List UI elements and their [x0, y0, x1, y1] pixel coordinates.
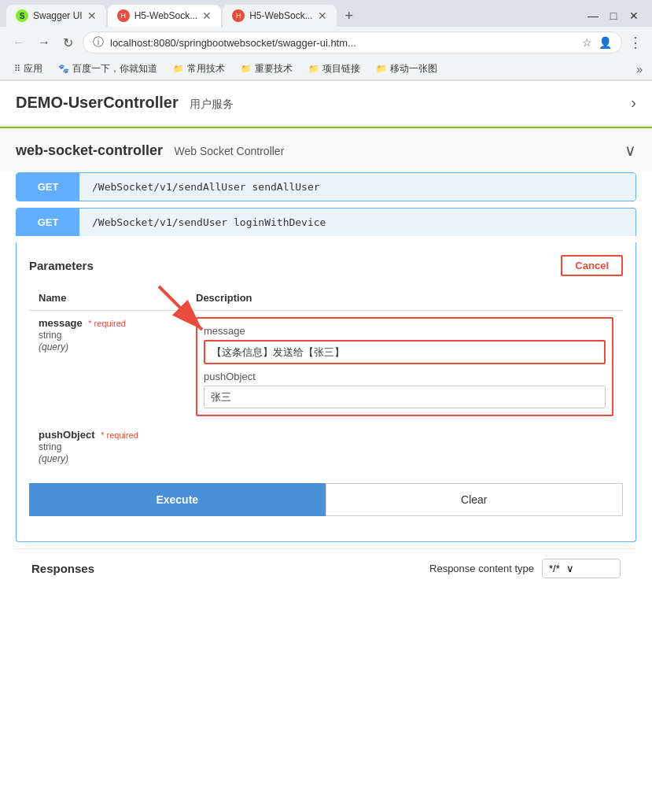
endpoint-send-all-user[interactable]: GET /WebSocket/v1/sendAllUser sendAllUse…	[16, 172, 636, 201]
message-input[interactable]	[204, 340, 606, 364]
bookmarks-bar: ⠿ 应用 🐾 百度一下，你就知道 📁 常用技术 📁 重要技术 📁 项目链接 📁 …	[0, 58, 652, 80]
param-type-push: string	[39, 441, 61, 452]
push-object-input[interactable]	[204, 386, 606, 408]
params-header: Parameters Cancel	[29, 255, 623, 276]
tab-ws1-close[interactable]: ✕	[202, 10, 212, 21]
lock-icon: ⓘ	[93, 35, 104, 50]
maximize-button[interactable]: □	[608, 10, 619, 21]
tab-swagger-close[interactable]: ✕	[87, 10, 97, 21]
col-description-header: Description	[186, 286, 623, 311]
responses-title: Responses	[31, 562, 94, 575]
red-arrow-icon	[151, 279, 214, 341]
demo-controller-title-group: DEMO-UserController 用户服务	[16, 94, 234, 112]
cancel-button[interactable]: Cancel	[561, 255, 623, 276]
swagger-favicon: S	[16, 9, 28, 22]
address-text: localhost:8080/springbootwebsocket/swagg…	[110, 37, 576, 49]
params-title: Parameters	[29, 259, 94, 272]
bookmark-project-links[interactable]: 📁 项目链接	[304, 61, 365, 77]
endpoint-path-send: /WebSocket/v1/sendUser loginWithDevice	[79, 209, 635, 236]
bookmark-apps[interactable]: ⠿ 应用	[9, 61, 47, 77]
svg-line-1	[159, 286, 202, 330]
params-table: Name Description message * required stri…	[29, 286, 623, 471]
tab-ws2-close[interactable]: ✕	[318, 10, 327, 21]
bookmarks-more[interactable]: »	[636, 63, 643, 76]
param-query-message: (query)	[39, 341, 68, 352]
expanded-panel: Parameters Cancel Name Description messa…	[16, 242, 636, 542]
tab-ws1-title: H5-WebSock...	[134, 10, 197, 21]
new-tab-button[interactable]: +	[338, 5, 360, 27]
bookmark-important-tech[interactable]: 📁 重要技术	[236, 61, 297, 77]
demo-controller-title: DEMO-UserController	[16, 94, 179, 111]
close-button[interactable]: ✕	[628, 10, 639, 21]
demo-controller-header: DEMO-UserController 用户服务 ›	[0, 81, 652, 125]
ws-controller-subtitle: Web Socket Controller	[175, 145, 285, 157]
apps-icon: ⠿	[14, 64, 20, 74]
folder-important-icon: 📁	[241, 64, 252, 74]
demo-controller-subtitle: 用户服务	[190, 98, 234, 110]
tab-swagger-title: Swagger UI	[33, 10, 83, 21]
browser-menu-button[interactable]: ⋮	[628, 34, 643, 51]
param-type-message: string	[39, 330, 61, 341]
param-name-push-cell: pushObject * required string (query)	[29, 423, 186, 471]
bookmark-project-label: 项目链接	[322, 62, 360, 76]
content-type-chevron: ∨	[566, 563, 574, 574]
param-name-push: pushObject	[39, 429, 95, 441]
bookmark-move-image[interactable]: 📁 移动一张图	[371, 61, 442, 77]
param-desc-push-empty	[186, 423, 623, 471]
address-icons: ☆ 👤	[582, 36, 612, 49]
page-content: DEMO-UserController 用户服务 › web-socket-co…	[0, 81, 652, 600]
endpoint-path-all: /WebSocket/v1/sendAllUser sendAllUser	[79, 173, 635, 201]
responses-row: Responses Response content type */* ∨	[16, 548, 636, 588]
minimize-button[interactable]: —	[588, 10, 599, 21]
ws-controller-header: web-socket-controller Web Socket Control…	[0, 127, 652, 172]
desc-box: message pushObject	[196, 317, 613, 416]
bookmark-baidu[interactable]: 🐾 百度一下，你就知道	[53, 61, 162, 77]
tab-bar: S Swagger UI ✕ H H5-WebSock... ✕ H H5-We…	[0, 0, 652, 27]
param-row-pushobject: pushObject * required string (query)	[29, 423, 623, 471]
execute-button[interactable]: Execute	[29, 483, 326, 516]
ws1-favicon: H	[117, 9, 130, 22]
message-desc-label: message	[204, 325, 606, 337]
response-content-type-select[interactable]: */* ∨	[542, 559, 621, 578]
browser-chrome: S Swagger UI ✕ H H5-WebSock... ✕ H H5-We…	[0, 0, 652, 81]
content-type-value: */*	[549, 563, 560, 574]
ws2-favicon: H	[232, 9, 245, 22]
endpoint-send-user[interactable]: GET /WebSocket/v1/sendUser loginWithDevi…	[16, 208, 636, 236]
bookmark-image-label: 移动一张图	[390, 62, 437, 76]
bookmark-common-tech[interactable]: 📁 常用技术	[168, 61, 230, 77]
profile-icon[interactable]: 👤	[599, 36, 612, 49]
get-badge-all[interactable]: GET	[17, 173, 79, 201]
window-controls: — □ ✕	[581, 7, 646, 24]
tab-swagger[interactable]: S Swagger UI ✕	[6, 5, 106, 27]
back-button[interactable]: ←	[9, 34, 28, 51]
response-content-type-label: Response content type	[429, 563, 534, 574]
param-row-message: message * required string (query) messag…	[29, 311, 623, 423]
push-object-desc-label: pushObject	[204, 371, 606, 382]
refresh-button[interactable]: ↻	[60, 34, 76, 52]
demo-controller-expand-icon[interactable]: ›	[631, 94, 636, 112]
get-method-all: GET	[38, 181, 59, 193]
bookmark-star-icon[interactable]: ☆	[582, 36, 592, 49]
param-desc-message-cell: message pushObject	[186, 311, 623, 423]
folder-common-icon: 📁	[173, 64, 184, 74]
get-method-send: GET	[38, 216, 59, 228]
clear-button[interactable]: Clear	[326, 483, 624, 516]
bookmark-baidu-label: 百度一下，你就知道	[72, 62, 157, 76]
tab-ws2[interactable]: H H5-WebSock... ✕	[223, 5, 336, 27]
address-bar: ← → ↻ ⓘ localhost:8080/springbootwebsock…	[0, 27, 652, 58]
get-badge-send[interactable]: GET	[17, 209, 79, 236]
forward-button[interactable]: →	[35, 34, 53, 51]
param-required-push: * required	[101, 430, 138, 440]
tab-ws2-title: H5-WebSock...	[249, 10, 312, 21]
address-input[interactable]: ⓘ localhost:8080/springbootwebsocket/swa…	[83, 31, 622, 54]
ws-controller-title: web-socket-controller	[16, 142, 163, 158]
action-buttons: Execute Clear	[29, 483, 623, 516]
bookmark-apps-label: 应用	[24, 62, 42, 76]
ws-controller-collapse-icon[interactable]: ∨	[624, 141, 636, 160]
param-required-message: * required	[88, 319, 126, 328]
tab-ws1[interactable]: H H5-WebSock... ✕	[108, 5, 221, 27]
push-object-desc-row: pushObject	[204, 371, 606, 408]
endpoints-container: GET /WebSocket/v1/sendAllUser sendAllUse…	[0, 172, 652, 600]
baidu-icon: 🐾	[58, 64, 69, 74]
message-desc-row: message	[204, 325, 606, 364]
